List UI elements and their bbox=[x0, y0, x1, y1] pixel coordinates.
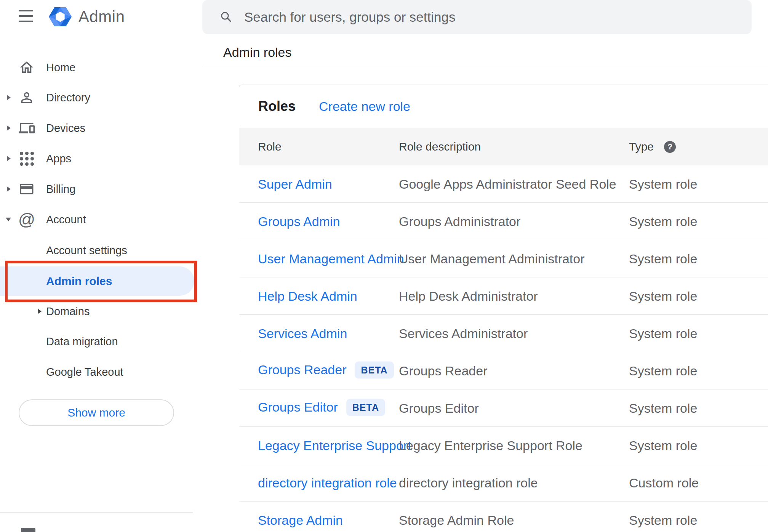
sidebar-item-google-takeout[interactable]: Google Takeout bbox=[0, 357, 196, 387]
role-description: Groups Editor bbox=[399, 401, 479, 415]
sidebar-item-data-migration[interactable]: Data migration bbox=[0, 326, 196, 357]
sidebar-item-directory[interactable]: Directory bbox=[0, 82, 196, 113]
role-description: Legacy Enterprise Support Role bbox=[399, 438, 582, 453]
role-link[interactable]: Groups Reader bbox=[258, 362, 346, 377]
column-header-type: Type ? bbox=[629, 140, 676, 153]
role-description: Google Apps Administrator Seed Role bbox=[399, 176, 616, 191]
chevron-right-icon bbox=[7, 95, 11, 100]
role-type: System role bbox=[629, 251, 698, 266]
table-row: Services Admin Services Administrator Sy… bbox=[239, 315, 768, 352]
role-description: Help Desk Administrator bbox=[399, 288, 538, 303]
role-type: System role bbox=[629, 513, 698, 527]
app-title: Admin bbox=[78, 8, 125, 26]
breadcrumb: Admin roles bbox=[223, 45, 292, 60]
table-header-row: Role Role description Type ? bbox=[239, 128, 768, 165]
table-row: Groups EditorBETA Groups Editor System r… bbox=[239, 389, 768, 427]
search-placeholder: Search for users, groups or settings bbox=[244, 10, 455, 25]
role-description: Services Administrator bbox=[399, 326, 528, 341]
beta-badge: BETA bbox=[346, 399, 385, 416]
role-type: Custom role bbox=[629, 475, 699, 490]
role-description: directory integration role bbox=[399, 475, 538, 490]
show-more-button[interactable]: Show more bbox=[19, 399, 174, 426]
sidebar-item-account[interactable]: @ Account bbox=[0, 204, 196, 235]
role-link[interactable]: Services Admin bbox=[258, 326, 347, 340]
credit-card-icon bbox=[19, 181, 35, 197]
table-row: Help Desk Admin Help Desk Administrator … bbox=[239, 277, 768, 315]
apps-grid-icon bbox=[19, 151, 35, 167]
role-link[interactable]: User Management Admin bbox=[258, 251, 404, 266]
header-divider bbox=[202, 67, 768, 67]
at-sign-icon: @ bbox=[19, 212, 35, 228]
role-type: System role bbox=[629, 363, 698, 378]
sidebar-item-home[interactable]: Home bbox=[0, 52, 196, 83]
role-type: System role bbox=[629, 288, 698, 303]
sidebar-item-billing[interactable]: Billing bbox=[0, 174, 196, 204]
chevron-down-icon bbox=[6, 218, 11, 221]
role-link[interactable]: Super Admin bbox=[258, 176, 332, 191]
admin-console: Admin Search for users, groups or settin… bbox=[0, 0, 768, 532]
table-row: Super Admin Google Apps Administrator Se… bbox=[239, 165, 768, 203]
roles-card-header: Roles Create new role bbox=[239, 85, 768, 128]
chevron-right-icon bbox=[38, 309, 42, 314]
role-link[interactable]: Legacy Enterprise Support bbox=[258, 438, 411, 452]
beta-badge: BETA bbox=[355, 361, 394, 378]
table-row: User Management Admin User Management Ad… bbox=[239, 240, 768, 277]
roles-card: Roles Create new role Role Role descript… bbox=[239, 85, 768, 532]
role-link[interactable]: Storage Admin bbox=[258, 513, 343, 527]
role-type: System role bbox=[629, 438, 698, 453]
role-type: System role bbox=[629, 214, 698, 229]
card-title: Roles bbox=[258, 98, 296, 114]
chevron-right-icon bbox=[7, 156, 11, 161]
sidebar-bottom-divider bbox=[0, 512, 193, 513]
menu-icon[interactable] bbox=[19, 10, 34, 22]
home-icon bbox=[19, 59, 35, 75]
sidebar-item-domains[interactable]: Domains bbox=[0, 296, 196, 327]
admin-hexagon-logo-icon bbox=[48, 6, 72, 28]
app-logo: Admin bbox=[48, 6, 125, 28]
search-icon bbox=[220, 11, 233, 24]
table-row: Storage Admin Storage Admin Role System … bbox=[239, 502, 768, 532]
role-link[interactable]: Help Desk Admin bbox=[258, 288, 357, 303]
table-row: Legacy Enterprise Support Legacy Enterpr… bbox=[239, 427, 768, 464]
role-type: System role bbox=[629, 176, 698, 191]
role-description: Groups Reader bbox=[399, 363, 487, 378]
person-icon bbox=[19, 90, 35, 106]
chevron-right-icon bbox=[7, 125, 11, 131]
role-link[interactable]: Groups Admin bbox=[258, 214, 340, 228]
chevron-right-icon bbox=[7, 186, 11, 192]
role-link[interactable]: Groups Editor bbox=[258, 399, 338, 414]
column-header-description: Role description bbox=[399, 140, 481, 153]
role-description: Storage Admin Role bbox=[399, 513, 514, 527]
create-new-role-link[interactable]: Create new role bbox=[319, 99, 410, 114]
search-input[interactable]: Search for users, groups or settings bbox=[202, 0, 752, 34]
role-link[interactable]: directory integration role bbox=[258, 475, 397, 490]
sidebar-item-apps[interactable]: Apps bbox=[0, 143, 196, 174]
sidebar-item-account-settings[interactable]: Account settings bbox=[0, 235, 196, 266]
partially-visible-icon bbox=[21, 528, 35, 532]
role-description: User Management Administrator bbox=[399, 251, 585, 266]
role-description: Groups Administrator bbox=[399, 214, 520, 229]
devices-icon bbox=[19, 120, 35, 136]
sidebar-item-admin-roles[interactable]: Admin roles bbox=[0, 266, 194, 296]
table-row: Groups ReaderBETA Groups Reader System r… bbox=[239, 352, 768, 389]
table-row: Groups Admin Groups Administrator System… bbox=[239, 203, 768, 240]
column-header-role: Role bbox=[258, 140, 282, 153]
role-type: System role bbox=[629, 401, 698, 415]
sidebar-item-devices[interactable]: Devices bbox=[0, 113, 196, 143]
role-type: System role bbox=[629, 326, 698, 341]
table-row: directory integration role directory int… bbox=[239, 464, 768, 502]
question-mark-icon[interactable]: ? bbox=[664, 141, 676, 153]
